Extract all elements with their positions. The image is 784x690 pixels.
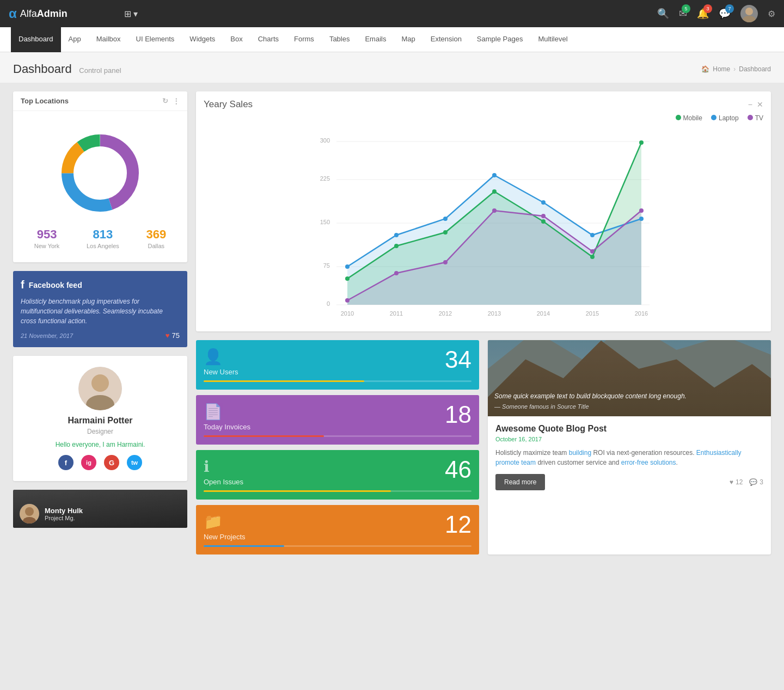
stat-dallas-value: 369 <box>146 227 166 242</box>
chart-content: Yeary Sales − ✕ Mobile Laptop TV 300 225 <box>196 91 771 331</box>
stat-row: 📁 New Projects 12 <box>204 513 471 541</box>
close-button[interactable]: ✕ <box>757 100 763 109</box>
refresh-icon[interactable]: ↻ <box>162 97 168 105</box>
nav-app[interactable]: App <box>61 27 89 52</box>
svg-text:2012: 2012 <box>439 310 452 317</box>
user-avatar[interactable] <box>740 5 758 22</box>
left-column: Top Locations ↻ ⋮ <box>13 91 187 555</box>
donut-chart <box>21 119 180 222</box>
invoices-progress-bar <box>204 435 324 437</box>
more-icon[interactable]: ⋮ <box>173 97 180 105</box>
profile-avatar <box>78 367 122 410</box>
blog-quote-area: Some quick example text to build blockqu… <box>494 392 687 410</box>
nav-widgets[interactable]: Widgets <box>182 27 223 52</box>
minimize-button[interactable]: − <box>748 100 752 109</box>
nav-sample-pages[interactable]: Sample Pages <box>469 27 531 52</box>
project-card: Monty Hulk Project Mg. <box>13 490 187 528</box>
info-icon: ℹ <box>204 458 243 476</box>
twitter-social-button[interactable]: tw <box>127 455 142 470</box>
top-locations-title: Top Locations <box>21 97 69 105</box>
nav-mailbox[interactable]: Mailbox <box>89 27 128 52</box>
mail-badge: 5 <box>682 4 690 13</box>
nav-tables[interactable]: Tables <box>322 27 358 52</box>
invoices-progress <box>204 435 471 437</box>
facebook-social-button[interactable]: f <box>58 455 74 470</box>
svg-point-43 <box>492 189 497 194</box>
svg-point-47 <box>345 298 350 303</box>
svg-text:2014: 2014 <box>537 310 550 317</box>
svg-text:2013: 2013 <box>488 310 501 317</box>
facebook-feed-header: f Facebook feed <box>21 279 180 291</box>
bottom-row: 👤 New Users 34 📄 Today Invoices <box>196 340 771 555</box>
google-social-button[interactable]: G <box>104 455 119 470</box>
projects-label: New Projects <box>204 533 246 541</box>
nav-extension[interactable]: Extension <box>423 27 469 52</box>
projects-progress-bar <box>204 545 284 547</box>
nav-charts[interactable]: Charts <box>250 27 286 52</box>
online-indicator <box>114 403 120 408</box>
profile-body: Harmaini Potter Designer Hello everyone,… <box>13 356 187 481</box>
nav-box[interactable]: Box <box>223 27 250 52</box>
grid-menu-button[interactable]: ⊞ ▾ <box>124 9 138 19</box>
stat-row: 👤 New Users 34 <box>204 348 471 376</box>
project-person-name: Monty Hulk <box>45 507 83 515</box>
logo: α AlfaAdmin <box>9 6 118 21</box>
nav-dashboard[interactable]: Dashboard <box>11 27 61 52</box>
breadcrumb-separator: › <box>733 65 736 73</box>
svg-point-33 <box>345 264 350 269</box>
svg-text:0: 0 <box>327 300 330 307</box>
breadcrumb-current: Dashboard <box>739 65 771 73</box>
svg-point-51 <box>541 214 546 218</box>
profile-name: Harmaini Potter <box>21 416 180 426</box>
svg-point-49 <box>443 260 448 264</box>
chat-button[interactable]: 💬 7 <box>719 8 731 20</box>
profile-role: Designer <box>21 428 180 435</box>
notifications-badge: 3 <box>703 4 712 13</box>
users-icon: 👤 <box>204 348 238 366</box>
nav-forms[interactable]: Forms <box>286 27 322 52</box>
stat-icon-area: 👤 New Users <box>204 348 238 376</box>
nav-emails[interactable]: Emails <box>357 27 394 52</box>
search-button[interactable]: 🔍 <box>657 8 669 20</box>
chart-header: Yeary Sales − ✕ <box>204 99 763 110</box>
error-link[interactable]: error-free solutions <box>621 459 676 466</box>
logo-symbol: α <box>9 6 17 21</box>
nav-map[interactable]: Map <box>394 27 422 52</box>
blog-image-overlay: Some quick example text to build blockqu… <box>488 340 771 416</box>
nav-multilevel[interactable]: Multilevel <box>530 27 575 52</box>
new-users-progress-bar <box>204 380 364 382</box>
open-issues-stat: ℹ Open Issues 46 <box>196 450 479 500</box>
nav-ui-elements[interactable]: UI Elements <box>128 27 182 52</box>
profile-socials: f ig G tw <box>21 455 180 470</box>
svg-point-1 <box>743 16 756 22</box>
chart-legend: Mobile Laptop TV <box>204 114 763 122</box>
facebook-feed-title: Facebook feed <box>29 281 82 289</box>
read-more-button[interactable]: Read more <box>495 474 545 490</box>
building-link[interactable]: building <box>569 449 591 457</box>
page-title-area: Dashboard Control panel <box>13 62 121 76</box>
top-navigation: α AlfaAdmin ⊞ ▾ 🔍 ✉ 5 🔔 3 💬 7 ⚙ <box>0 0 784 27</box>
enthusiastically-link[interactable]: Enthusiastically promote team <box>495 449 742 466</box>
stat-dallas: 369 Dallas <box>146 227 166 249</box>
stat-dallas-label: Dallas <box>146 243 166 249</box>
home-icon: 🏠 <box>701 65 709 73</box>
logo-alfa: AlfaAdmin <box>20 8 68 20</box>
svg-point-38 <box>590 233 595 237</box>
stat-la-label: Los Angeles <box>87 243 119 249</box>
svg-point-39 <box>639 217 644 221</box>
svg-text:225: 225 <box>320 175 330 182</box>
instagram-social-button[interactable]: ig <box>81 455 96 470</box>
profile-bio: Hello everyone, I am Harmaini. <box>21 441 180 448</box>
legend-mobile: Mobile <box>676 114 702 122</box>
breadcrumb-home[interactable]: Home <box>713 65 730 73</box>
likes-meta-count: 12 <box>736 478 743 486</box>
settings-button[interactable]: ⚙ <box>768 9 775 19</box>
stat-la-value: 813 <box>87 227 119 242</box>
notifications-button[interactable]: 🔔 3 <box>697 8 709 20</box>
new-projects-stat: 📁 New Projects 12 <box>196 505 479 555</box>
svg-point-48 <box>394 271 399 275</box>
mail-button[interactable]: ✉ 5 <box>679 8 687 20</box>
svg-point-36 <box>492 173 497 177</box>
svg-point-53 <box>639 208 644 213</box>
blog-footer: Read more ♥ 12 💬 3 <box>495 474 763 490</box>
